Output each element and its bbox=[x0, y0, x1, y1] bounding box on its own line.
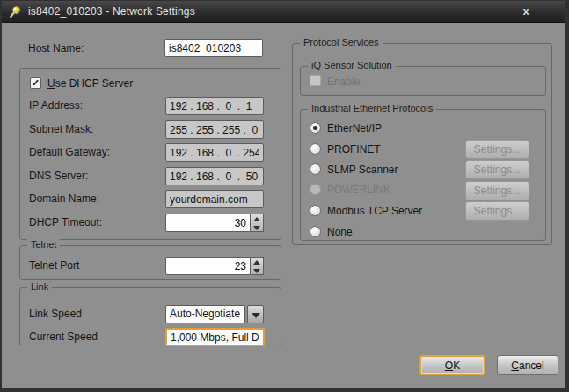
radio-label-powerlink: POWERLINK bbox=[327, 184, 390, 196]
spin-down-icon[interactable] bbox=[251, 223, 263, 232]
settings-button-profinet: Settings... bbox=[465, 140, 529, 159]
iq-sensor-group: iQ Sensor Solution Enable bbox=[300, 66, 546, 96]
settings-button-powerlink: Settings... bbox=[465, 181, 529, 200]
radio-profinet[interactable] bbox=[310, 143, 321, 155]
default-gateway-label: Default Gateway: bbox=[29, 146, 110, 158]
link-group: Link Link Speed Auto-Negotiate Current S… bbox=[19, 287, 281, 345]
protocol-services-group: Protocol Services iQ Sensor Solution Ena… bbox=[292, 43, 552, 245]
spinner-buttons[interactable] bbox=[251, 257, 264, 275]
link-speed-label: Link Speed bbox=[29, 308, 82, 320]
spinner-buttons[interactable] bbox=[251, 214, 264, 232]
radio-label-modbus-tcp-server: Modbus TCP Server bbox=[327, 205, 422, 217]
ip-address-field bbox=[165, 97, 264, 115]
iq-enable-checkbox bbox=[310, 75, 321, 86]
iq-enable-label: Enable bbox=[327, 76, 360, 88]
link-speed-combobox[interactable]: Auto-Negotiate bbox=[165, 305, 245, 323]
radio-label-none: None bbox=[327, 226, 353, 238]
dialog-body: Host Name: ✓ Use DHCP Server IP Address:… bbox=[2, 23, 565, 388]
settings-button-modbus-tcp-server: Settings... bbox=[465, 201, 529, 221]
link-group-title: Link bbox=[27, 281, 52, 292]
close-icon[interactable]: x bbox=[515, 4, 536, 19]
radio-label-profinet: PROFINET bbox=[327, 143, 381, 156]
dhcp-timeout-label: DHCP Timeout: bbox=[29, 216, 102, 229]
current-speed-label: Current Speed bbox=[29, 330, 98, 343]
radio-slmp-scanner[interactable] bbox=[310, 163, 321, 175]
industrial-protocols-group: Industrial Ethernet Protocols EtherNet/I… bbox=[300, 109, 546, 241]
host-name-input[interactable] bbox=[164, 39, 263, 57]
radio-modbus-tcp-server[interactable] bbox=[310, 205, 321, 216]
use-dhcp-checkbox[interactable]: ✓ bbox=[30, 77, 41, 89]
radio-ethernet-ip[interactable] bbox=[310, 122, 321, 134]
protocol-services-title: Protocol Services bbox=[300, 37, 383, 47]
telnet-group-title: Telnet bbox=[27, 239, 60, 250]
spin-down-icon[interactable] bbox=[251, 266, 263, 275]
telnet-port-label: Telnet Port bbox=[29, 259, 79, 272]
dhcp-timeout-input[interactable] bbox=[165, 214, 251, 232]
ip-address-label: IP Address: bbox=[29, 99, 83, 112]
combo-dropdown-icon[interactable] bbox=[247, 305, 264, 323]
subnet-mask-label: Subnet Mask: bbox=[29, 123, 93, 135]
network-settings-dialog: is8402_010203 - Network Settings x Host … bbox=[0, 0, 569, 392]
cancel-button[interactable]: Cancel bbox=[497, 355, 558, 375]
default-gateway-field bbox=[165, 143, 264, 162]
radio-label-ethernet-ip: EtherNet/IP bbox=[327, 122, 382, 134]
dns-server-label: DNS Server: bbox=[29, 170, 88, 182]
radio-none[interactable] bbox=[310, 226, 321, 237]
dns-server-field bbox=[165, 167, 264, 185]
radio-label-slmp-scanner: SLMP Scanner bbox=[327, 163, 398, 176]
dhcp-group: ✓ Use DHCP Server IP Address:Subnet Mask… bbox=[19, 68, 281, 240]
domain-name-field bbox=[165, 190, 264, 208]
dhcp-timeout-spinner bbox=[165, 214, 264, 232]
use-dhcp-label: Use DHCP Server bbox=[47, 77, 133, 90]
spin-up-icon[interactable] bbox=[251, 258, 263, 266]
telnet-port-input[interactable] bbox=[165, 257, 251, 275]
spin-up-icon[interactable] bbox=[251, 214, 263, 223]
domain-name-label: Domain Name: bbox=[29, 192, 99, 205]
host-name-label: Host Name: bbox=[28, 42, 84, 54]
current-speed-field[interactable] bbox=[165, 328, 265, 346]
iq-sensor-title: iQ Sensor Solution bbox=[308, 60, 396, 70]
industrial-protocols-title: Industrial Ethernet Protocols bbox=[308, 103, 436, 113]
radio-powerlink bbox=[310, 184, 321, 195]
magnifier-app-icon bbox=[8, 4, 22, 18]
telnet-group: Telnet Telnet Port bbox=[19, 245, 281, 280]
telnet-port-spinner bbox=[165, 257, 264, 275]
settings-button-slmp-scanner: Settings... bbox=[465, 160, 529, 179]
window-title: is8402_010203 - Network Settings bbox=[28, 5, 195, 18]
titlebar[interactable]: is8402_010203 - Network Settings x bbox=[2, 1, 565, 23]
subnet-mask-field bbox=[165, 120, 264, 139]
ok-button[interactable]: OK bbox=[419, 355, 485, 375]
